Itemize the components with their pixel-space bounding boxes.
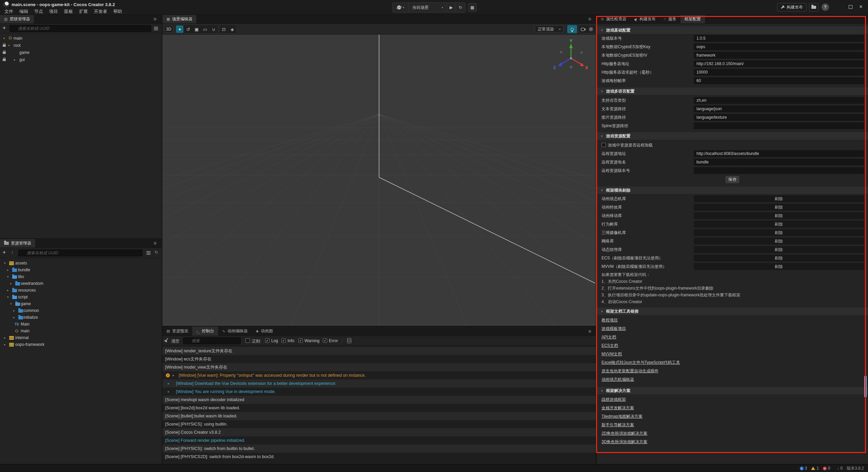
hierarchy-node-root[interactable]: ▾root (0, 42, 162, 49)
scrollbar-thumb[interactable] (864, 376, 867, 397)
doc-link[interactable]: MVVM文档 (601, 351, 622, 357)
tab-framework-config[interactable]: 框架配置 (680, 15, 705, 23)
message-counter[interactable]: i 3 (800, 466, 807, 471)
filter-checkbox-log[interactable]: ✓ (265, 338, 270, 343)
menubar-item[interactable]: 编辑 (16, 8, 31, 15)
field-input[interactable] (694, 69, 864, 76)
section-header[interactable]: ∨框架模块剔除 (597, 186, 868, 194)
doc-link[interactable]: 教程项目 (601, 317, 618, 323)
asset-node-game[interactable]: ▾game (0, 300, 162, 307)
error-counter[interactable]: × 0 (823, 466, 830, 471)
section-header[interactable]: ∨游戏多语言配置 (597, 87, 868, 95)
field-input[interactable] (694, 105, 864, 112)
hierarchy-menu-icon[interactable]: ≡ (154, 16, 157, 22)
remove-module-button[interactable]: 剔除 (694, 263, 864, 270)
menubar-item[interactable]: 开发者 (91, 8, 110, 15)
field-input[interactable] (694, 35, 864, 42)
log-file-icon[interactable] (347, 338, 351, 343)
config-panel-tab[interactable]: ∷服务 (660, 15, 680, 23)
remove-module-button[interactable]: 剔除 (694, 204, 864, 211)
chevron-down-icon[interactable]: ▾ (7, 295, 9, 299)
remove-module-button[interactable]: 剔除 (694, 238, 864, 244)
asset-node-internal[interactable]: ▸internal (0, 334, 162, 341)
layout-grid-button[interactable]: ▦ (468, 3, 477, 12)
asset-node-oops-framework[interactable]: ▸oops-framework (0, 341, 162, 348)
field-input[interactable] (694, 97, 864, 104)
solution-link[interactable]: 新手引导解决方案 (601, 422, 634, 428)
play-button[interactable]: ▶ (447, 3, 456, 12)
help-button[interactable]: ? (822, 3, 829, 11)
assets-search-input[interactable] (18, 250, 142, 256)
console-tab[interactable]: ›_控制台 (192, 327, 218, 336)
asset-node-bundle[interactable]: ▸bundle (0, 267, 162, 273)
sort-icon[interactable]: ↕ (11, 250, 13, 255)
filter-checkbox-info[interactable]: ✓ (281, 338, 286, 343)
add-node-button[interactable]: + (3, 25, 6, 31)
lock-icon[interactable] (3, 44, 6, 47)
console-log-row[interactable]: [Window] render_texture文件夹存在 (162, 347, 596, 355)
build-publish-button[interactable]: 构建发布 (777, 3, 807, 12)
remove-module-button[interactable]: 剔除 (694, 212, 864, 219)
scene-select[interactable]: 当前场景 ▾ (409, 3, 447, 12)
filter-checkbox-warning[interactable]: ✓ (298, 338, 303, 343)
task-counter[interactable]: ↓ 0 (837, 466, 843, 471)
chevron-down-icon[interactable]: ▾ (7, 275, 9, 278)
chevron-right-icon[interactable]: ▸ (4, 336, 6, 339)
scene-settings-button[interactable] (588, 26, 594, 33)
solution-link[interactable]: 战棋游戏框架 (601, 397, 626, 402)
section-header[interactable]: ∨框架文档工具链接 (597, 308, 868, 315)
chevron-down-icon[interactable]: ▾ (10, 302, 12, 306)
menubar-item[interactable]: 帮助 (110, 8, 125, 15)
section-header[interactable]: ∨游戏资源配置 (597, 132, 868, 140)
chevron-right-icon[interactable]: ▸ (14, 58, 16, 61)
console-log-row[interactable]: [Window] model_view文件夹存在 (162, 363, 596, 371)
remove-module-button[interactable]: 剔除 (694, 195, 864, 202)
asset-node-common[interactable]: ▸common (0, 307, 162, 314)
scale-tool-button[interactable]: ▣ (193, 25, 200, 33)
chevron-right-icon[interactable]: ▸ (168, 379, 170, 388)
chevron-down-icon[interactable]: ▾ (4, 261, 6, 265)
preview-platform-button[interactable]: ▾ (393, 3, 409, 12)
open-folder-button[interactable] (809, 3, 818, 12)
menubar-item[interactable]: 项目 (46, 8, 61, 15)
console-log-row[interactable]: ▸[Window] Download the Vue Devtools exte… (162, 379, 596, 388)
save-button[interactable]: 保存 (726, 176, 739, 183)
rect-tool-button[interactable]: ▭ (201, 25, 209, 33)
field-input[interactable] (694, 43, 864, 50)
config-panel-tab[interactable]: ⊙属性检查器 (597, 15, 630, 23)
menubar-item[interactable]: 面板 (61, 8, 76, 15)
console-log-row[interactable]: [Scene] [PHYSICS]: using builtin. (162, 420, 596, 428)
assets-menu-icon[interactable]: ≡ (154, 240, 157, 246)
field-input[interactable] (694, 150, 864, 157)
chevron-down-icon[interactable]: ▾ (8, 44, 10, 47)
config-panel-tab[interactable]: ▶构建发布 (630, 15, 659, 23)
restart-button[interactable]: ↻ (456, 3, 465, 12)
chevron-right-icon[interactable]: ▸ (173, 371, 174, 379)
console-log-row[interactable]: [Scene] meshopt wasm decoder initialized (162, 396, 596, 404)
asset-node-script[interactable]: ▾script (0, 294, 162, 300)
refresh-icon[interactable]: ↻ (155, 250, 158, 255)
console-menu-icon[interactable]: ≡ (588, 328, 591, 334)
lock-icon[interactable] (3, 59, 6, 61)
console-tab[interactable]: ◈动画图 (252, 327, 277, 336)
console-log-row[interactable]: ▸[Window] You are running Vue in develop… (162, 388, 596, 396)
console-log-row[interactable]: [Scene] Forward render pipeline initiali… (162, 436, 596, 445)
field-input[interactable] (694, 60, 864, 67)
anchor-pivot-button[interactable]: ⊡ (220, 25, 228, 33)
coordinate-mode-button[interactable]: ◈ (229, 25, 236, 33)
menubar-item[interactable]: 扩展 (76, 8, 91, 15)
doc-link[interactable]: 游戏模板项目 (601, 326, 626, 332)
chevron-right-icon[interactable]: ▸ (7, 268, 9, 272)
filter-list-icon[interactable] (146, 251, 151, 252)
render-mode-select[interactable]: 正常渲染 ▾ (535, 25, 564, 33)
chevron-right-icon[interactable]: ▸ (168, 388, 170, 396)
console-tab[interactable]: ▤资源预览 (162, 327, 192, 336)
asset-node-main[interactable]: main (0, 328, 162, 334)
asset-node-Main[interactable]: TSMain (0, 321, 162, 328)
console-log-row[interactable]: [Scene] [PHYSICS]: switch from builtin t… (162, 445, 596, 453)
doc-link[interactable]: Excel格式转Json文件与TypeScript代码工具 (601, 360, 680, 366)
console-log-row[interactable]: [Scene] [bullet]:bullet wasm lib loaded. (162, 412, 596, 420)
console-log-row[interactable]: [Scene] [PHYSICS2D]: switch from box2d-w… (162, 453, 596, 461)
doc-link[interactable]: ECS文档 (601, 343, 618, 349)
rotate-tool-button[interactable]: ↺ (184, 25, 192, 33)
